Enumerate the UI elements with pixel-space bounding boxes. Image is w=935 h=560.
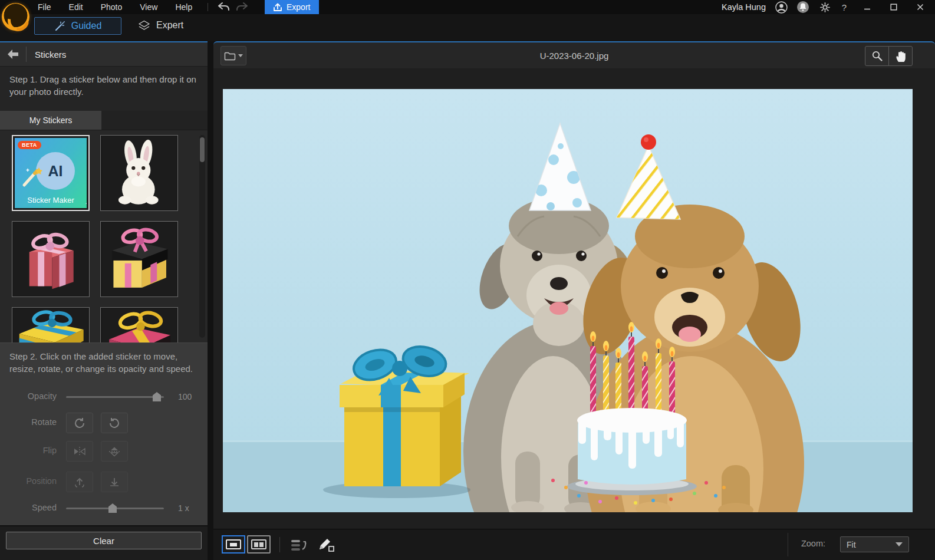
undo-icon (219, 3, 229, 10)
clear-button[interactable]: Clear (6, 532, 202, 549)
compare-view-button[interactable] (247, 535, 271, 554)
edit-adjustment-button[interactable] (317, 536, 335, 553)
maximize-icon (890, 4, 897, 11)
sticker-pink-gift-gold-ribbon[interactable] (100, 307, 178, 342)
sticker-grid: BETA AI Sticker Maker (0, 130, 208, 342)
sticker-yellow-gift-black-lid[interactable] (100, 221, 178, 297)
speed-value: 1 x (178, 503, 189, 513)
gear-icon (819, 2, 831, 13)
canvas-tools (865, 46, 913, 66)
sticker-yellow-gift-blue-ribbon[interactable] (12, 307, 90, 342)
speed-label: Speed (0, 503, 57, 512)
settings-button[interactable] (818, 1, 831, 14)
minimize-button[interactable] (860, 1, 875, 14)
back-arrow-icon (6, 48, 20, 60)
minimize-icon (864, 4, 871, 11)
send-backward-button[interactable] (101, 472, 128, 492)
close-button[interactable] (913, 1, 928, 14)
back-button[interactable] (0, 42, 26, 66)
account-button[interactable] (775, 1, 788, 14)
position-row: Position (0, 472, 208, 493)
beta-badge: BETA (18, 141, 41, 149)
redo-button[interactable] (235, 1, 251, 13)
export-icon (274, 3, 282, 12)
help-button[interactable]: ? (840, 2, 848, 12)
tab-guided[interactable]: Guided (34, 17, 121, 35)
single-view-button[interactable] (222, 535, 245, 554)
step2-panel: Step 2. Click on the added sticker to mo… (0, 342, 208, 535)
zoom-select[interactable]: Fit (840, 536, 909, 552)
tab-expert-label: Expert (156, 20, 183, 31)
zoom-value: Fit (847, 540, 856, 549)
pink-gold-gift-image (103, 309, 176, 342)
yellow-blue-gift-image (14, 309, 87, 342)
scrollbar-thumb[interactable] (200, 137, 205, 162)
menu-edit[interactable]: Edit (69, 2, 83, 12)
photo[interactable] (223, 89, 913, 512)
rotate-ccw-icon (108, 417, 121, 429)
pencil-edit-icon (317, 536, 335, 553)
header-divider (26, 47, 27, 62)
step2-instructions: Step 2. Click on the added sticker to mo… (0, 343, 208, 375)
bring-forward-button[interactable] (66, 472, 93, 492)
rotate-cw-button[interactable] (66, 413, 93, 433)
notifications-button[interactable] (796, 1, 809, 14)
panel-header: Stickers (0, 42, 208, 67)
adjustment-history-button[interactable] (290, 536, 308, 553)
layers-icon (138, 20, 150, 31)
opacity-slider[interactable] (66, 396, 164, 398)
sticker-scrollbar[interactable] (199, 135, 205, 338)
wand-icon (19, 162, 45, 187)
canvas[interactable] (213, 68, 935, 529)
app-logo (2, 3, 29, 31)
menu-view[interactable]: View (140, 2, 157, 12)
sticker-ai-sticker-maker[interactable]: BETA AI Sticker Maker (12, 135, 90, 211)
menubar: File Edit Photo View Help (38, 0, 192, 14)
flip-vertical-button[interactable] (101, 441, 128, 462)
tab-guided-label: Guided (71, 21, 102, 31)
rotate-ccw-button[interactable] (101, 413, 128, 433)
opacity-slider-handle[interactable] (153, 392, 161, 401)
close-icon (917, 4, 924, 11)
position-label: Position (0, 476, 57, 486)
hand-icon (896, 50, 906, 62)
yellow-black-gift-image (103, 223, 176, 295)
export-button[interactable]: Export (265, 0, 319, 14)
sticker-red-gift[interactable] (12, 221, 90, 297)
ai-sticker-maker-card: BETA AI Sticker Maker (15, 138, 87, 208)
titlebar: File Edit Photo View Help Export Kayla H… (0, 0, 935, 14)
menu-file[interactable]: File (38, 2, 51, 12)
arrow-up-icon (74, 476, 85, 488)
bottom-bar: Zoom: Fit (213, 529, 935, 560)
user-avatar-icon (775, 1, 788, 14)
tab-my-stickers[interactable]: My Stickers (0, 111, 101, 130)
panel-footer: Clear (0, 525, 208, 560)
menu-help[interactable]: Help (175, 2, 192, 12)
opacity-label: Opacity (0, 391, 57, 401)
tab-expert[interactable]: Expert (133, 17, 188, 34)
sticker-white-bunny[interactable] (100, 135, 178, 211)
undo-button[interactable] (216, 1, 232, 13)
zoom-divider (788, 533, 788, 556)
redo-icon (237, 3, 247, 10)
panel-splitter[interactable] (208, 41, 213, 560)
maximize-button[interactable] (886, 1, 901, 14)
bottom-divider (279, 537, 280, 552)
bunny-image (103, 137, 176, 209)
main-area: U-2023-06-20.jpg (213, 41, 935, 560)
zoom-tool-button[interactable] (865, 46, 889, 66)
speed-slider[interactable] (66, 508, 164, 509)
user-name[interactable]: Kayla Hung (722, 2, 766, 12)
mode-tabrow: Guided Expert (0, 14, 935, 41)
compare-view-icon (251, 539, 266, 549)
speed-slider-handle[interactable] (108, 503, 117, 513)
zoom-label: Zoom: (801, 539, 825, 548)
flip-row: Flip (0, 441, 208, 462)
menu-photo[interactable]: Photo (101, 2, 123, 12)
flip-horizontal-button[interactable] (66, 441, 93, 462)
ai-sticker-maker-label: Sticker Maker (15, 196, 87, 205)
history-icon (290, 536, 308, 553)
pan-tool-button[interactable] (888, 46, 913, 66)
chevron-down-icon (896, 542, 903, 546)
arrow-down-icon (108, 476, 120, 488)
